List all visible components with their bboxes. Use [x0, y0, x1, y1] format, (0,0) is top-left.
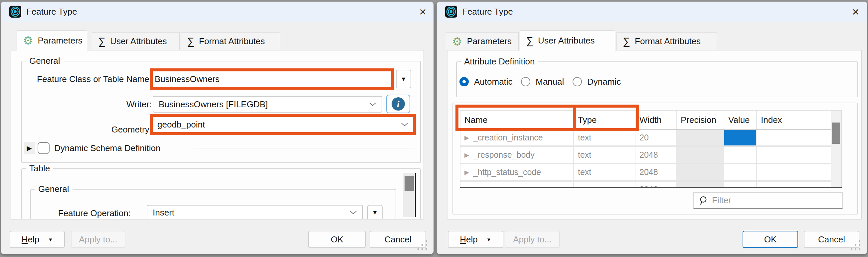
writer-info-button[interactable]: i: [386, 95, 410, 113]
value-cell[interactable]: [724, 164, 757, 180]
feature-class-annotation: [150, 68, 394, 90]
tab-parameters[interactable]: ⚙ Parameters: [17, 30, 87, 50]
scrollbar[interactable]: [403, 173, 416, 217]
name-cell[interactable]: ▶_creation_instance: [460, 130, 574, 145]
column-header-width[interactable]: Width: [636, 111, 677, 129]
feature-operation-value: Insert: [153, 208, 174, 218]
help-label: Help: [460, 234, 477, 245]
scrollbar[interactable]: [831, 111, 841, 187]
help-button[interactable]: Help ▼: [448, 231, 503, 248]
feature-operation-combo[interactable]: Insert: [147, 205, 363, 219]
title-bar: Feature Type ✕: [1, 2, 434, 22]
radio-dynamic[interactable]: [572, 77, 582, 86]
writer-value: BusinessOwners [FILEGDB]: [159, 99, 268, 110]
apply-to-button[interactable]: Apply to...: [505, 231, 560, 248]
apply-to-button[interactable]: Apply to...: [71, 231, 125, 248]
name-cell[interactable]: ▶: [460, 182, 574, 188]
close-icon[interactable]: ✕: [849, 6, 862, 18]
tab-user-attributes[interactable]: ∑ User Attributes: [92, 32, 180, 50]
divider: [194, 148, 413, 148]
precision-cell: [677, 130, 724, 145]
group-label: General: [26, 56, 64, 66]
writer-label: Writer:: [11, 96, 152, 113]
feature-operation-label: Feature Operation:: [31, 206, 131, 219]
feature-type-icon: [9, 5, 22, 19]
apply-to-label: Apply to...: [513, 234, 552, 245]
close-icon[interactable]: ✕: [416, 6, 429, 18]
tab-label: Parameters: [38, 36, 82, 46]
type-cell[interactable]: text: [574, 147, 636, 163]
resize-grip[interactable]: [859, 240, 860, 242]
expander-icon[interactable]: ▶: [24, 142, 35, 154]
row-expander-icon[interactable]: ▶: [464, 151, 469, 159]
index-cell[interactable]: [757, 147, 831, 163]
tab-user-attributes[interactable]: ∑ User Attributes: [520, 30, 615, 50]
cancel-button[interactable]: Cancel: [370, 231, 426, 248]
radio-manual[interactable]: [521, 77, 530, 86]
gear-icon: ⚙: [452, 36, 462, 47]
help-button[interactable]: Help ▼: [10, 231, 65, 248]
name-cell[interactable]: ▶_response_body: [460, 147, 574, 163]
value-cell-selected[interactable]: [724, 130, 757, 145]
feature-type-dialog-left: Feature Type ✕ ⚙ Parameters ∑ User Attri…: [1, 1, 434, 254]
width-cell[interactable]: 2048: [636, 147, 677, 163]
row-expander-icon[interactable]: ▶: [464, 169, 469, 176]
feature-operation-dropdown-button[interactable]: ▼: [367, 205, 382, 219]
width-cell[interactable]: 20: [636, 130, 677, 145]
row-expander-icon[interactable]: ▶: [464, 186, 469, 188]
window-title: Feature Type: [462, 2, 513, 22]
type-cell[interactable]: text: [574, 164, 636, 180]
parameters-panel: General Feature Class or Table Name: ▼ W…: [11, 50, 424, 219]
gear-icon: ⚙: [23, 35, 33, 46]
column-header-index[interactable]: Index: [757, 111, 831, 129]
index-cell[interactable]: [757, 182, 831, 188]
precision-cell: [677, 182, 724, 188]
type-cell[interactable]: text: [574, 130, 636, 145]
index-cell[interactable]: [757, 164, 831, 180]
title-bar: Feature Type ✕: [437, 2, 867, 22]
scrollbar-thumb[interactable]: [832, 122, 840, 144]
feature-class-label: Feature Class or Table Name:: [11, 71, 152, 87]
tab-label: Format Attributes: [199, 36, 265, 46]
info-icon: i: [392, 97, 405, 111]
resize-grip[interactable]: [426, 240, 427, 242]
cancel-label: Cancel: [818, 234, 845, 245]
dynamic-schema-checkbox[interactable]: [38, 142, 50, 154]
radio-automatic[interactable]: [460, 77, 469, 86]
tab-label: Parameters: [467, 36, 512, 46]
column-header-value[interactable]: Value: [724, 111, 757, 129]
row-expander-icon[interactable]: ▶: [464, 134, 469, 141]
width-cell[interactable]: 2048: [636, 164, 677, 180]
group-label: Table: [26, 163, 53, 174]
tab-format-attributes[interactable]: ∑ Format Attributes: [617, 32, 717, 50]
type-cell[interactable]: text: [574, 182, 636, 188]
ok-label: OK: [331, 234, 343, 245]
name-cell[interactable]: ▶_http_status_code: [460, 164, 574, 180]
geometry-annotation[interactable]: geodb_point: [150, 114, 416, 135]
width-cell[interactable]: 2048: [636, 182, 677, 188]
writer-combo[interactable]: BusinessOwners [FILEGDB]: [153, 96, 382, 113]
scrollbar-thumb[interactable]: [405, 176, 414, 191]
sigma-icon: ∑: [623, 36, 630, 46]
feature-class-input[interactable]: [155, 74, 389, 84]
filter-input[interactable]: [712, 195, 838, 206]
precision-cell: [677, 164, 724, 180]
table-row: ▶_creation_instance text 20: [460, 130, 831, 147]
cancel-button[interactable]: Cancel: [804, 231, 859, 248]
column-header-precision[interactable]: Precision: [677, 111, 724, 129]
value-cell[interactable]: [724, 147, 757, 163]
window-title: Feature Type: [26, 2, 77, 22]
tab-format-attributes[interactable]: ∑ Format Attributes: [181, 32, 280, 50]
type-header-annotation: [573, 105, 639, 131]
index-cell[interactable]: [757, 130, 831, 145]
ok-button[interactable]: OK: [743, 231, 798, 248]
geometry-value: geodb_point: [157, 119, 205, 130]
radio-manual-label: Manual: [536, 75, 564, 88]
user-attributes-panel: Attribute Definition Automatic Manual Dy…: [447, 50, 862, 219]
tab-parameters[interactable]: ⚙ Parameters: [446, 32, 519, 50]
feature-class-dropdown-button[interactable]: ▼: [396, 70, 411, 88]
help-label: Help: [22, 234, 39, 245]
ok-button[interactable]: OK: [308, 231, 366, 248]
value-cell[interactable]: [724, 182, 757, 188]
dropdown-arrow-icon: ▼: [401, 76, 407, 83]
